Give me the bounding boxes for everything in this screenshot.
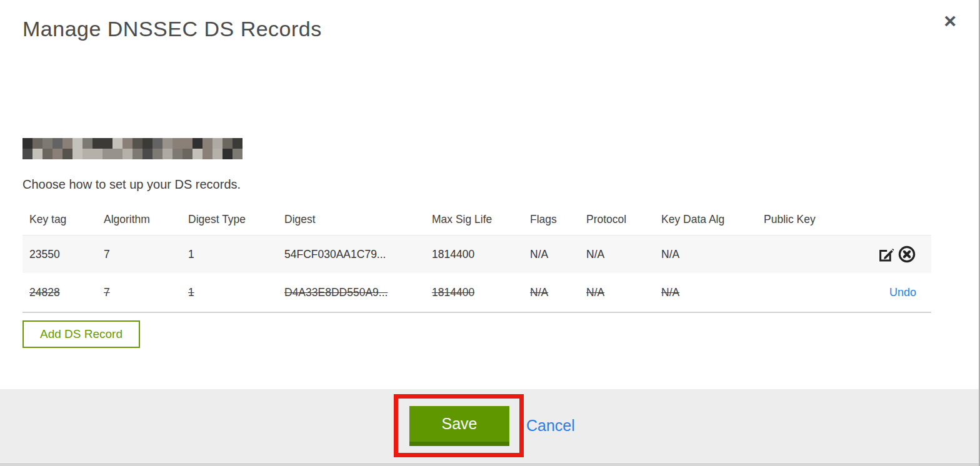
- cell-max-sig-life: 1814400: [425, 286, 523, 299]
- subtitle-text: Choose how to set up your DS records.: [22, 177, 241, 192]
- cell-protocol: N/A: [579, 286, 654, 299]
- col-header-public-key: Public Key: [757, 213, 843, 226]
- col-header-protocol: Protocol: [579, 213, 654, 226]
- page-title: Manage DNSSEC DS Records: [22, 17, 322, 41]
- col-header-flags: Flags: [523, 213, 579, 226]
- cell-digest: D4A33E8DD550A9...: [278, 286, 425, 299]
- cell-digest-type: 1: [181, 286, 278, 299]
- cell-actions: Undo: [843, 286, 931, 299]
- table-row-deleted: 24828 7 1 D4A33E8DD550A9... 1814400 N/A …: [22, 273, 931, 313]
- col-header-key-tag: Key tag: [22, 213, 97, 226]
- cell-key-tag: 24828: [22, 286, 97, 299]
- col-header-algorithm: Algorithm: [97, 213, 181, 226]
- table-row: 23550 7 1 54FCF030AA1C79... 1814400 N/A …: [22, 235, 931, 273]
- cell-digest-type: 1: [181, 248, 278, 261]
- cell-protocol: N/A: [579, 248, 654, 261]
- edit-icon[interactable]: [877, 245, 896, 264]
- save-button[interactable]: Save: [409, 406, 509, 446]
- cell-key-data-alg: N/A: [654, 286, 757, 299]
- close-icon[interactable]: ×: [944, 10, 956, 31]
- page-behind-modal-strip: [0, 462, 979, 466]
- table-header-row: Key tag Algorithm Digest Type Digest Max…: [22, 204, 931, 235]
- add-ds-record-button[interactable]: Add DS Record: [22, 320, 140, 348]
- undo-link[interactable]: Undo: [889, 286, 916, 299]
- cell-flags: N/A: [523, 248, 579, 261]
- cell-algorithm: 7: [97, 286, 181, 299]
- col-header-max-sig-life: Max Sig Life: [425, 213, 523, 226]
- cell-digest: 54FCF030AA1C79...: [278, 248, 425, 261]
- ds-records-table: Key tag Algorithm Digest Type Digest Max…: [22, 204, 931, 313]
- delete-icon[interactable]: [898, 245, 916, 264]
- cell-algorithm: 7: [97, 248, 181, 261]
- redacted-domain: [22, 138, 242, 159]
- cell-key-data-alg: N/A: [654, 248, 757, 261]
- col-header-key-data-alg: Key Data Alg: [654, 213, 757, 226]
- cancel-link[interactable]: Cancel: [526, 406, 575, 446]
- cell-actions: [843, 245, 931, 264]
- col-header-digest-type: Digest Type: [181, 213, 278, 226]
- cell-max-sig-life: 1814400: [425, 248, 523, 261]
- cell-flags: N/A: [523, 286, 579, 299]
- dnssec-modal: Manage DNSSEC DS Records × Choose how to…: [0, 0, 980, 466]
- col-header-digest: Digest: [278, 213, 425, 226]
- cell-key-tag: 23550: [22, 248, 97, 261]
